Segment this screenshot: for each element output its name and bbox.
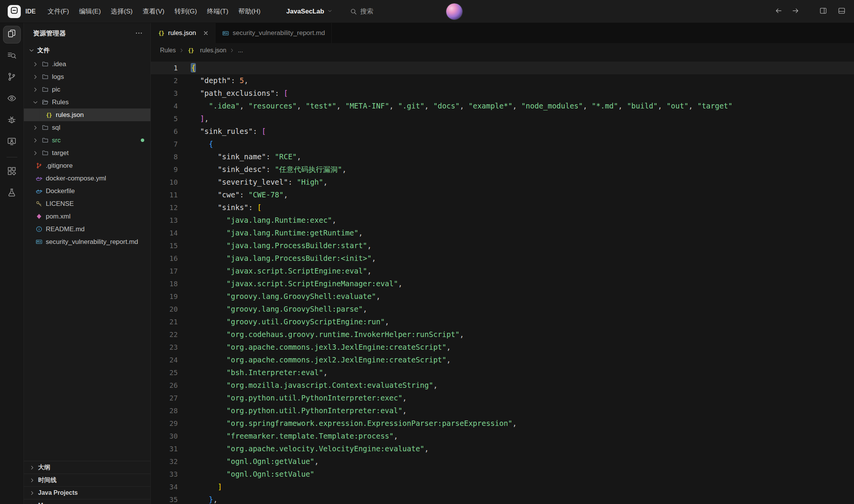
code-line-32[interactable]: 32 "ognl.Ognl:getValue", (151, 455, 854, 468)
activity-explorer[interactable] (3, 26, 20, 43)
navigate-forward-button[interactable] (789, 5, 802, 18)
braces-icon: {} (45, 112, 52, 118)
toggle-secondary-sidebar-button[interactable] (817, 5, 829, 18)
code-line-4[interactable]: 4 ".idea", "resources", "test*", "META-I… (151, 100, 854, 112)
tree-item-.gitignore[interactable]: .gitignore (24, 159, 150, 172)
search-label: 搜索 (360, 7, 374, 16)
code-text: }, (178, 493, 218, 504)
activity-search[interactable] (3, 48, 20, 65)
chevron-right-icon (32, 87, 38, 93)
code-line-7[interactable]: 7 { (151, 138, 854, 150)
section-大纲[interactable]: 大纲 (24, 461, 150, 474)
code-line-21[interactable]: 21 "groovy.util.GroovyScriptEngine:run", (151, 315, 854, 328)
code-line-10[interactable]: 10 "severity_level": "High", (151, 176, 854, 189)
code-line-17[interactable]: 17 "javax.script.ScriptEngine:eval", (151, 265, 854, 277)
tree-item-LICENSE[interactable]: LICENSE (24, 197, 150, 210)
code-line-16[interactable]: 16 "java.lang.ProcessBuilder:<init>", (151, 252, 854, 265)
tab-rules.json[interactable]: {}rules.json (151, 23, 215, 43)
more-actions-icon[interactable] (135, 29, 143, 37)
code-line-6[interactable]: 6 "sink_rules": [ (151, 125, 854, 138)
code-line-33[interactable]: 33 "ognl.Ognl:setValue" (151, 468, 854, 481)
code-editor[interactable]: 1{2 "depth": 5,3 "path_exclusions": [4 "… (151, 58, 854, 504)
tree-item-rules.json[interactable]: {}rules.json (24, 108, 150, 121)
code-line-9[interactable]: 9 "sink_desc": "任意代码执行漏洞", (151, 163, 854, 176)
activity-extensions[interactable] (3, 164, 20, 180)
menu-item-5[interactable]: 终端(T) (202, 4, 234, 18)
tree-item-pic[interactable]: pic (24, 83, 150, 96)
remote-screen-icon (7, 137, 17, 148)
code-line-24[interactable]: 24 "org.apache.commons.jexl2.JexlEngine:… (151, 354, 854, 366)
activity-debug[interactable] (3, 112, 20, 129)
code-line-19[interactable]: 19 "groovy.lang.GroovyShell:evaluate", (151, 290, 854, 303)
files-section-header[interactable]: 文件 (24, 43, 150, 58)
tree-item-.idea[interactable]: .idea (24, 58, 150, 70)
code-text: "java.lang.ProcessBuilder:<init>", (178, 252, 376, 265)
code-line-1[interactable]: 1{ (151, 62, 854, 74)
tree-item-Dockerfile[interactable]: Dockerfile (24, 185, 150, 197)
code-line-29[interactable]: 29 "org.springframework.expression.Expre… (151, 417, 854, 430)
section-Java Projects[interactable]: Java Projects (24, 486, 150, 499)
toggle-panel-button[interactable] (836, 5, 848, 18)
section-Maven[interactable]: Maven (24, 499, 150, 504)
code-line-35[interactable]: 35 }, (151, 493, 854, 504)
tree-item-label: target (52, 149, 150, 157)
code-line-25[interactable]: 25 "bsh.Interpreter:eval", (151, 366, 854, 379)
code-line-34[interactable]: 34 ] (151, 481, 854, 493)
code-text: "groovy.lang.GroovyShell:parse", (178, 303, 367, 315)
code-line-15[interactable]: 15 "java.lang.ProcessBuilder:start", (151, 239, 854, 252)
code-line-20[interactable]: 20 "groovy.lang.GroovyShell:parse", (151, 303, 854, 315)
code-line-18[interactable]: 18 "javax.script.ScriptEngineManager:eva… (151, 277, 854, 290)
tree-item-docker-compose.yml[interactable]: docker-compose.yml (24, 172, 150, 185)
code-line-2[interactable]: 2 "depth": 5, (151, 74, 854, 87)
menu-item-2[interactable]: 选择(S) (106, 4, 138, 18)
chevron-right-icon (32, 137, 38, 144)
code-line-22[interactable]: 22 "org.codehaus.groovy.runtime.InvokerH… (151, 328, 854, 341)
files-section-label: 文件 (37, 47, 50, 55)
breadcrumb-item-rules.json[interactable]: {}rules.json (187, 47, 226, 54)
breadcrumb-item-...[interactable]: ... (238, 47, 243, 54)
code-line-28[interactable]: 28 "org.python.util.PythonInterpreter:ev… (151, 404, 854, 417)
user-avatar[interactable] (446, 3, 462, 20)
code-line-5[interactable]: 5 ], (151, 112, 854, 125)
project-selector[interactable]: JavaSecLab (286, 8, 332, 15)
menu-item-3[interactable]: 查看(V) (138, 4, 170, 18)
tree-item-security_vulnerability_report.md[interactable]: security_vulnerability_report.md (24, 235, 150, 248)
code-line-12[interactable]: 12 "sinks": [ (151, 201, 854, 214)
tree-item-README.md[interactable]: README.md (24, 223, 150, 235)
menu-item-4[interactable]: 转到(G) (169, 4, 202, 18)
tree-item-Rules[interactable]: Rules (24, 96, 150, 108)
code-line-11[interactable]: 11 "cwe": "CWE-78", (151, 189, 854, 201)
menu-item-6[interactable]: 帮助(H) (234, 4, 266, 18)
activity-watch[interactable] (3, 91, 20, 108)
code-line-23[interactable]: 23 "org.apache.commons.jexl3.JexlEngine:… (151, 341, 854, 354)
code-line-3[interactable]: 3 "path_exclusions": [ (151, 87, 854, 100)
code-line-27[interactable]: 27 "org.python.util.PythonInterpreter:ex… (151, 392, 854, 404)
tree-item-sql[interactable]: sql (24, 121, 150, 134)
section-时间线[interactable]: 时间线 (24, 474, 150, 486)
menu-item-0[interactable]: 文件(F) (43, 4, 74, 18)
activity-remote-screen[interactable] (3, 134, 20, 151)
tree-item-logs[interactable]: logs (24, 70, 150, 83)
tree-item-label: pic (52, 86, 150, 93)
activity-testing[interactable] (3, 185, 20, 202)
navigate-back-button[interactable] (772, 5, 785, 18)
code-line-26[interactable]: 26 "org.mozilla.javascript.Context:evalu… (151, 379, 854, 392)
menu-item-1[interactable]: 编辑(E) (74, 4, 106, 18)
close-tab-icon[interactable] (203, 30, 209, 36)
code-line-13[interactable]: 13 "java.lang.Runtime:exec", (151, 214, 854, 227)
tree-item-src[interactable]: src (24, 134, 150, 147)
tree-item-target[interactable]: target (24, 147, 150, 159)
global-search[interactable]: 搜索 (350, 7, 374, 16)
app-logo[interactable] (8, 5, 21, 18)
activity-source-control[interactable] (3, 69, 20, 86)
breadcrumb-item-Rules[interactable]: Rules (160, 47, 176, 54)
code-line-8[interactable]: 8 "sink_name": "RCE", (151, 150, 854, 163)
app-logo-icon (10, 6, 18, 17)
code-line-14[interactable]: 14 "java.lang.Runtime:getRuntime", (151, 227, 854, 239)
tree-item-pom.xml[interactable]: pom.xml (24, 210, 150, 223)
tab-security_vulnerability_report.md[interactable]: security_vulnerability_report.md (215, 23, 332, 43)
search-icon (350, 8, 357, 15)
chevron-right-icon (229, 48, 235, 53)
code-line-31[interactable]: 31 "org.apache.velocity.VelocityEngine:e… (151, 442, 854, 455)
code-line-30[interactable]: 30 "freemarker.template.Template:process… (151, 430, 854, 442)
